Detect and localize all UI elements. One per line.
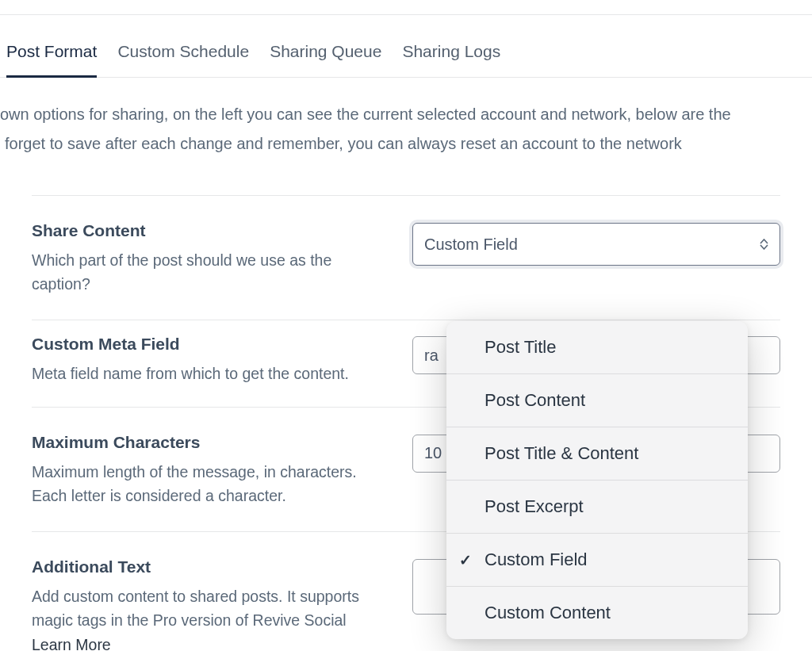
share-content-dropdown: Post Title Post Content Post Title & Con… — [446, 321, 748, 639]
dd-option-custom-content[interactable]: Custom Content — [446, 587, 748, 639]
row-share-content: Share Content Which part of the post sho… — [32, 196, 780, 320]
share-content-desc: Which part of the post should we use as … — [32, 248, 389, 296]
chevron-updown-icon — [760, 239, 768, 250]
tab-sharing-queue[interactable]: Sharing Queue — [270, 42, 381, 77]
learn-more-link[interactable]: Learn More — [32, 636, 111, 651]
tab-sharing-logs[interactable]: Sharing Logs — [402, 42, 500, 77]
intro-text: own options for sharing, on the left you… — [0, 78, 812, 159]
dd-option-post-excerpt[interactable]: Post Excerpt — [446, 481, 748, 534]
tab-post-format[interactable]: Post Format — [6, 42, 97, 78]
intro-line-1: own options for sharing, on the left you… — [0, 100, 806, 129]
max-chars-label: Maximum Characters — [32, 433, 389, 452]
max-chars-desc: Maximum length of the message, in charac… — [32, 460, 389, 507]
max-chars-value: 10 — [424, 444, 442, 462]
share-content-label: Share Content — [32, 221, 389, 240]
dd-option-post-title-content[interactable]: Post Title & Content — [446, 427, 748, 481]
custom-meta-value: ra — [424, 347, 439, 365]
check-icon: ✓ — [459, 551, 472, 569]
share-content-select[interactable]: Custom Field — [412, 223, 780, 266]
dd-option-post-content[interactable]: Post Content — [446, 374, 748, 427]
share-content-selected-value: Custom Field — [424, 236, 518, 254]
intro-line-2: forget to save after each change and rem… — [0, 129, 806, 159]
tab-custom-schedule[interactable]: Custom Schedule — [117, 42, 249, 77]
additional-text-desc: Add custom content to shared posts. It s… — [32, 584, 389, 651]
dd-option-post-title[interactable]: Post Title — [446, 321, 748, 374]
dd-option-custom-field[interactable]: ✓ Custom Field — [446, 534, 748, 587]
additional-text-label: Additional Text — [32, 557, 389, 576]
custom-meta-desc: Meta field name from which to get the co… — [32, 362, 389, 385]
custom-meta-label: Custom Meta Field — [32, 335, 389, 354]
tabs-nav: Post Format Custom Schedule Sharing Queu… — [0, 14, 812, 78]
